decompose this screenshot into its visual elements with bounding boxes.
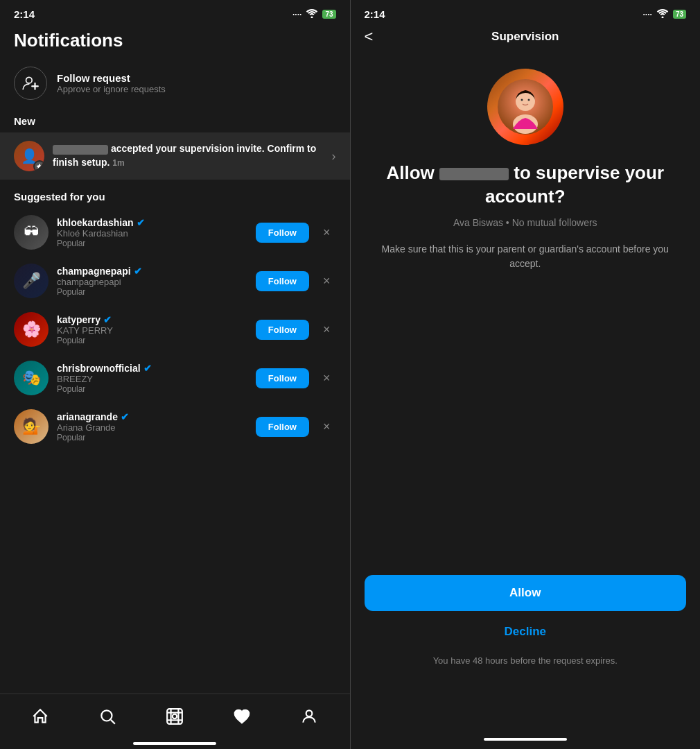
verified-icon-khloe: ✔: [137, 217, 145, 228]
dismiss-btn-khloe[interactable]: ×: [317, 223, 336, 243]
follow-request-icon: [14, 67, 47, 100]
svg-point-17: [520, 99, 523, 101]
right-panel: 2:14 ···· 73 < Supervision: [351, 0, 701, 749]
time-left: 2:14: [14, 8, 35, 20]
verified-icon-drake: ✔: [134, 266, 142, 277]
type-drake: Popular: [57, 287, 247, 297]
allow-button[interactable]: Allow: [365, 575, 687, 611]
action-buttons: Allow Decline You have 48 hours before t…: [365, 575, 687, 666]
nav-search[interactable]: [92, 701, 123, 732]
time-right: 2:14: [365, 8, 385, 20]
supervision-title: Supervision: [491, 30, 559, 44]
suggested-info-khloe: khloekardashian ✔ Khloé Kardashian Popul…: [57, 217, 247, 248]
svg-point-4: [102, 710, 112, 721]
status-icons-left: ···· 73: [292, 8, 335, 20]
type-katy: Popular: [57, 336, 247, 345]
type-ariana: Popular: [57, 433, 247, 442]
suggested-item-chris: 🎭 chrisbrownofficial ✔ BREEZY Popular Fo…: [0, 354, 350, 402]
signal-icon-right: ····: [643, 10, 652, 19]
follow-btn-drake[interactable]: Follow: [256, 271, 309, 291]
avatar-katy: 🌸: [14, 312, 49, 347]
suggested-info-chris: chrisbrownofficial ✔ BREEZY Popular: [57, 363, 247, 394]
svg-point-13: [661, 17, 663, 19]
redacted-name: [439, 168, 509, 180]
username-chris: chrisbrownofficial ✔: [57, 363, 247, 374]
suggested-info-katy: katyperry ✔ KATY PERRY Popular: [57, 314, 247, 345]
suggested-item-khloe: 🕶 khloekardashian ✔ Khloé Kardashian Pop…: [0, 208, 350, 257]
dismiss-btn-ariana[interactable]: ×: [317, 417, 336, 437]
realname-chris: BREEZY: [57, 374, 247, 384]
allow-text-post: to supervise your account?: [485, 162, 664, 207]
dismiss-btn-katy[interactable]: ×: [317, 320, 336, 340]
svg-point-7: [173, 714, 177, 718]
svg-point-18: [527, 99, 530, 101]
suggested-item-katy: 🌸 katyperry ✔ KATY PERRY Popular Follow …: [0, 305, 350, 354]
nav-likes[interactable]: [227, 701, 257, 732]
back-button[interactable]: <: [365, 28, 374, 46]
status-bar-left: 2:14 ···· 73: [0, 0, 350, 24]
nav-profile[interactable]: [294, 701, 324, 732]
follow-btn-ariana[interactable]: Follow: [256, 417, 309, 437]
follow-btn-khloe[interactable]: Follow: [256, 223, 309, 243]
warning-text: Make sure that this is your parent or gu…: [351, 242, 701, 299]
notifications-header: Notifications: [0, 24, 350, 60]
notif-avatar: 👤: [14, 141, 44, 171]
follow-btn-katy[interactable]: Follow: [256, 320, 309, 340]
username-ariana: arianagrande ✔: [57, 411, 247, 422]
svg-point-12: [306, 710, 313, 716]
svg-line-5: [111, 719, 115, 723]
supervision-badge: [33, 160, 44, 171]
follow-request-text: Follow request Approve or ignore request…: [57, 72, 166, 94]
profile-avatar: [487, 69, 563, 145]
suggested-item-ariana: 💁 arianagrande ✔ Ariana Grande Popular F…: [0, 402, 350, 451]
allow-heading: Allow to supervise your account?: [351, 162, 701, 217]
verified-icon-katy: ✔: [103, 314, 112, 325]
realname-drake: champagnepapi: [57, 277, 247, 287]
avatar-drake: 🎤: [14, 264, 49, 298]
type-khloe: Popular: [57, 239, 247, 248]
verified-icon-chris: ✔: [143, 363, 152, 374]
username-drake: champagnepapi ✔: [57, 266, 247, 277]
status-icons-right: ···· 73: [643, 8, 686, 20]
notif-text: accepted your supervision invite. Confir…: [53, 142, 324, 169]
account-info: Ava Biswas • No mutual followers: [351, 217, 701, 242]
home-indicator-right: [484, 738, 567, 741]
expires-text: You have 48 hours before the request exp…: [365, 655, 687, 666]
svg-point-0: [311, 17, 313, 19]
svg-point-1: [26, 77, 33, 83]
suggested-info-drake: champagnepapi ✔ champagnepapi Popular: [57, 266, 247, 297]
avatar-chris: 🎭: [14, 361, 49, 395]
follow-request-title: Follow request: [57, 72, 166, 84]
battery-left: 73: [322, 10, 335, 19]
dismiss-btn-drake[interactable]: ×: [317, 271, 336, 291]
realname-khloe: Khloé Kardashian: [57, 228, 247, 239]
realname-ariana: Ariana Grande: [57, 422, 247, 433]
chevron-right-icon: ›: [332, 149, 336, 164]
username-katy: katyperry ✔: [57, 314, 247, 325]
nav-reels[interactable]: [159, 701, 190, 732]
left-panel: 2:14 ···· 73 Notifications: [0, 0, 350, 749]
svg-rect-6: [167, 709, 182, 724]
battery-right: 73: [673, 10, 686, 19]
avatar-khloe: 🕶: [14, 215, 49, 250]
dismiss-btn-chris[interactable]: ×: [317, 368, 336, 388]
nav-home[interactable]: [25, 701, 55, 732]
suggested-label: Suggested for you: [0, 181, 350, 208]
follow-request-row[interactable]: Follow request Approve or ignore request…: [0, 60, 350, 107]
suggested-item-drake: 🎤 champagnepapi ✔ champagnepapi Popular …: [0, 257, 350, 305]
notif-time: 1m: [112, 158, 124, 168]
type-chris: Popular: [57, 384, 247, 394]
wifi-icon-right: [656, 8, 669, 20]
profile-avatar-container: [351, 55, 701, 162]
decline-button[interactable]: Decline: [365, 615, 687, 648]
new-label: New: [0, 107, 350, 131]
follow-btn-chris[interactable]: Follow: [256, 368, 309, 388]
supervision-header: < Supervision: [351, 24, 701, 55]
notification-item[interactable]: 👤 accepted your supervision invite. Conf…: [0, 132, 350, 180]
realname-katy: KATY PERRY: [57, 325, 247, 336]
verified-icon-ariana: ✔: [121, 411, 129, 422]
wifi-icon: [306, 8, 318, 20]
suggested-info-ariana: arianagrande ✔ Ariana Grande Popular: [57, 411, 247, 442]
bottom-nav: [0, 694, 350, 749]
signal-icon: ····: [292, 10, 301, 19]
